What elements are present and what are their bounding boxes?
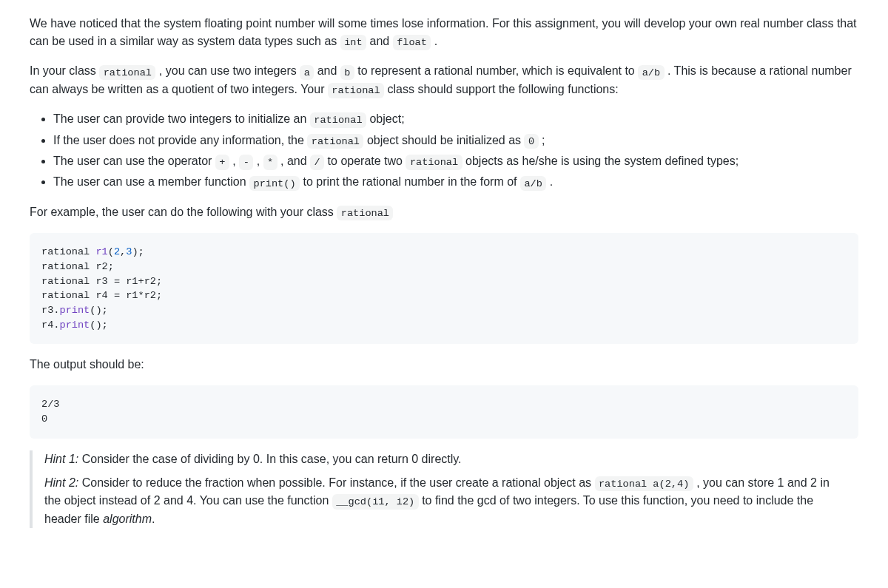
code-int: int: [340, 35, 366, 50]
code-minus: -: [239, 155, 253, 169]
text: , you can use two integers: [155, 64, 300, 77]
algorithm-header: algorithm: [103, 513, 152, 525]
code-rational: rational: [307, 134, 363, 149]
code-rational: rational: [328, 83, 384, 98]
code-block-example: rational r1(2,3); rational r2; rational …: [30, 233, 858, 344]
text: class should support the following funct…: [384, 83, 619, 95]
text: ,: [253, 155, 263, 167]
text: object;: [366, 112, 405, 125]
list-item: The user can provide two integers to ini…: [53, 110, 858, 128]
code-ab: a/b: [638, 65, 664, 80]
code-rational-example: rational a(2,4): [595, 476, 693, 491]
text: .: [431, 35, 437, 47]
hint-label: Hint 1:: [44, 453, 78, 465]
text: Consider to reduce the fraction when pos…: [78, 476, 594, 489]
code-rational: rational: [99, 65, 155, 80]
code-gcd: __gcd(i1, i2): [332, 494, 419, 509]
code-float: float: [393, 35, 431, 50]
intro-paragraph: We have noticed that the system floating…: [30, 15, 858, 50]
code-star: *: [263, 155, 278, 169]
text: , and: [278, 155, 310, 167]
list-item: The user can use the operator + , - , * …: [53, 152, 858, 170]
text: to print the rational number in the form…: [300, 175, 520, 188]
code-slash: /: [310, 155, 324, 169]
text: We have noticed that the system floating…: [30, 17, 857, 47]
text: and: [366, 35, 393, 47]
text: The user can use a member function: [53, 175, 249, 188]
text: The user can use the operator: [53, 155, 215, 167]
text: The user can provide two integers to ini…: [53, 112, 310, 125]
text: object should be initialized as: [363, 134, 524, 146]
text: For example, the user can do the followi…: [30, 206, 337, 218]
hint-2: Hint 2: Consider to reduce the fraction …: [44, 474, 847, 528]
requirements-list: The user can provide two integers to ini…: [30, 110, 858, 192]
text: objects as he/she is using the system de…: [462, 155, 739, 167]
text: ,: [229, 155, 239, 167]
text: .: [546, 175, 553, 188]
text: ;: [539, 134, 545, 146]
text: .: [152, 513, 155, 525]
hints-block: Hint 1: Consider the case of dividing by…: [30, 450, 858, 528]
list-item: If the user does not provide any informa…: [53, 132, 858, 149]
hint-label: Hint 2:: [44, 476, 78, 489]
code-rational: rational: [337, 206, 393, 220]
code-print: print(): [249, 176, 300, 191]
code-plus: +: [215, 155, 229, 169]
text: In your class: [30, 64, 99, 77]
text: to represent a rational number, which is…: [354, 64, 638, 77]
code-rational: rational: [406, 155, 462, 169]
code-a: a: [300, 65, 314, 80]
code-ab: a/b: [520, 176, 546, 191]
output-lead: The output should be:: [30, 356, 858, 374]
code-block-output: 2/3 0: [30, 385, 858, 438]
code-content: rational r1(2,3); rational r2; rational …: [41, 246, 162, 331]
text: If the user does not provide any informa…: [53, 134, 307, 146]
code-rational: rational: [310, 112, 366, 127]
text: to operate two: [324, 155, 406, 167]
document-content: We have noticed that the system floating…: [0, 0, 888, 555]
text: and: [314, 64, 340, 77]
list-item: The user can use a member function print…: [53, 173, 858, 191]
description-paragraph: In your class rational , you can use two…: [30, 62, 858, 98]
code-b: b: [340, 65, 354, 80]
code-zero: 0: [524, 134, 538, 149]
text: Consider the case of dividing by 0. In t…: [78, 453, 461, 465]
example-lead: For example, the user can do the followi…: [30, 203, 858, 221]
code-content: 2/3 0: [41, 399, 59, 425]
hint-1: Hint 1: Consider the case of dividing by…: [44, 450, 847, 468]
